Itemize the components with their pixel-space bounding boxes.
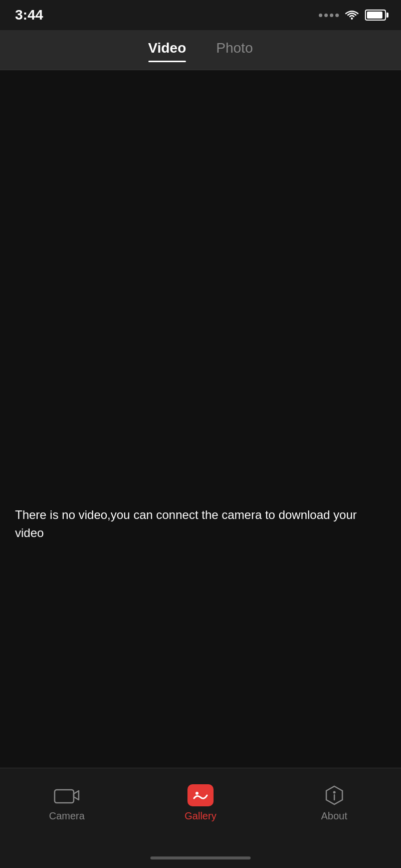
about-label: About [321, 810, 347, 822]
svg-rect-1 [55, 790, 74, 803]
gallery-icon [187, 784, 214, 806]
svg-point-3 [333, 791, 335, 794]
main-content: There is no video,you can connect the ca… [0, 70, 401, 768]
nav-item-gallery[interactable]: Gallery [134, 784, 267, 822]
bottom-nav: Camera Gallery About [0, 768, 401, 848]
status-bar: 3:44 [0, 0, 401, 30]
svg-point-2 [195, 792, 198, 795]
about-icon [321, 784, 347, 806]
status-icons [319, 10, 386, 21]
home-indicator [0, 848, 401, 868]
signal-icon [319, 14, 339, 17]
wifi-icon [345, 10, 359, 20]
status-time: 3:44 [15, 7, 43, 23]
gallery-label: Gallery [184, 810, 216, 822]
tab-header: Video Photo [0, 30, 401, 70]
nav-item-about[interactable]: About [268, 784, 400, 822]
tab-photo[interactable]: Photo [216, 40, 253, 60]
nav-item-camera[interactable]: Camera [1, 784, 133, 822]
svg-point-0 [351, 18, 353, 20]
battery-icon [365, 10, 386, 21]
empty-video-message: There is no video,you can connect the ca… [15, 506, 386, 542]
tab-video[interactable]: Video [148, 40, 186, 60]
home-bar [150, 856, 251, 859]
camera-icon [54, 784, 80, 806]
camera-label: Camera [49, 810, 85, 822]
